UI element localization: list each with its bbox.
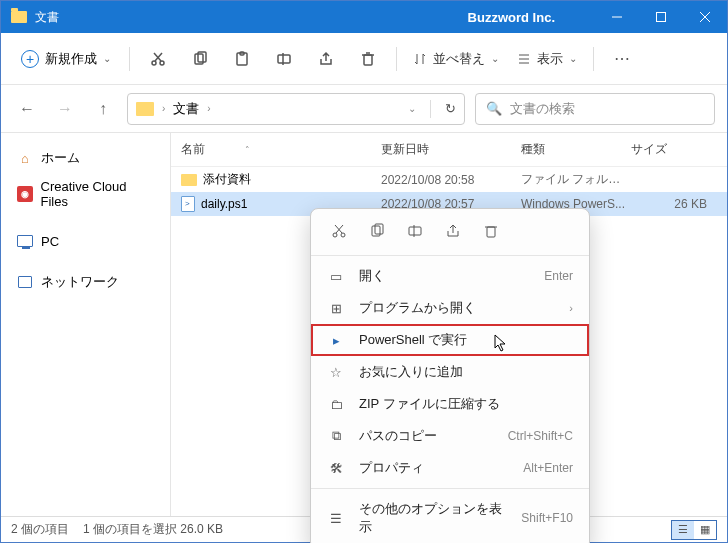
file-name: 添付資料 — [203, 171, 251, 188]
sidebar-item-cc[interactable]: ◉ Creative Cloud Files — [1, 173, 170, 215]
chevron-right-icon: › — [569, 302, 573, 314]
breadcrumb[interactable]: › 文書 › ⌄ ↻ — [127, 93, 465, 125]
cut-button[interactable] — [140, 41, 176, 77]
ctx-open-with[interactable]: ⊞ プログラムから開く › — [311, 292, 589, 324]
copy-button[interactable] — [182, 41, 218, 77]
details-view-button[interactable]: ☰ — [672, 521, 694, 539]
ctx-copy-path[interactable]: ⧉ パスのコピー Ctrl+Shift+C — [311, 420, 589, 452]
sidebar-item-label: Creative Cloud Files — [41, 179, 154, 209]
view-icon — [517, 52, 531, 66]
chevron-right-icon: › — [207, 103, 210, 114]
selection-info: 1 個の項目を選択 26.0 KB — [83, 521, 223, 538]
share-button[interactable] — [308, 41, 344, 77]
maximize-button[interactable] — [639, 1, 683, 33]
search-placeholder: 文書の検索 — [510, 100, 575, 118]
svg-rect-14 — [364, 55, 372, 65]
ctx-open[interactable]: ▭ 開く Enter — [311, 260, 589, 292]
sidebar-item-home[interactable]: ⌂ ホーム — [1, 143, 170, 173]
ps1-file-icon — [181, 196, 195, 212]
more-button[interactable]: ⋯ — [604, 41, 640, 77]
view-label: 表示 — [537, 50, 563, 68]
ctx-cut-button[interactable] — [329, 221, 349, 241]
sidebar-item-label: ネットワーク — [41, 273, 119, 291]
item-count: 2 個の項目 — [11, 521, 69, 538]
paste-button[interactable] — [224, 41, 260, 77]
close-button[interactable] — [683, 1, 727, 33]
file-name: daily.ps1 — [201, 197, 247, 211]
file-date: 2022/10/08 20:58 — [381, 173, 521, 187]
column-date[interactable]: 更新日時 — [381, 141, 521, 158]
svg-point-20 — [333, 233, 337, 237]
home-icon: ⌂ — [17, 150, 33, 166]
column-size[interactable]: サイズ — [631, 141, 717, 158]
sidebar-item-label: ホーム — [41, 149, 80, 167]
search-icon: 🔍 — [486, 101, 502, 116]
file-size: 26 KB — [631, 197, 717, 211]
folder-icon — [11, 11, 27, 23]
chevron-down-icon[interactable]: ⌄ — [408, 103, 416, 114]
svg-point-5 — [160, 61, 164, 65]
column-type[interactable]: 種類 — [521, 141, 631, 158]
brand-label: Buzzword Inc. — [468, 10, 555, 25]
svg-line-7 — [154, 53, 161, 61]
sidebar-item-pc[interactable]: PC — [1, 227, 170, 255]
sidebar-item-label: PC — [41, 234, 59, 249]
view-button[interactable]: 表示 ⌄ — [511, 46, 583, 72]
svg-rect-1 — [657, 13, 666, 22]
plus-icon: + — [21, 50, 39, 68]
more-icon: ☰ — [327, 511, 345, 526]
chevron-down-icon: ⌄ — [569, 53, 577, 64]
ctx-run-powershell[interactable]: ▸ PowerShell で実行 — [311, 324, 589, 356]
folder-icon — [181, 174, 197, 186]
icons-view-button[interactable]: ▦ — [694, 521, 716, 539]
copy-path-icon: ⧉ — [327, 428, 345, 444]
back-button[interactable]: ← — [13, 95, 41, 123]
svg-line-6 — [155, 53, 162, 61]
svg-rect-26 — [409, 227, 421, 235]
ctx-properties[interactable]: 🛠 プロパティ Alt+Enter — [311, 452, 589, 484]
delete-button[interactable] — [350, 41, 386, 77]
properties-icon: 🛠 — [327, 461, 345, 476]
column-headers: 名前˄ 更新日時 種類 サイズ — [171, 133, 727, 167]
svg-point-4 — [152, 61, 156, 65]
ctx-copy-button[interactable] — [367, 221, 387, 241]
column-name[interactable]: 名前˄ — [181, 141, 381, 158]
chevron-down-icon: ⌄ — [491, 53, 499, 64]
breadcrumb-current[interactable]: 文書 — [173, 100, 199, 118]
ctx-favorite[interactable]: ☆ お気に入りに追加 — [311, 356, 589, 388]
svg-rect-28 — [487, 227, 495, 237]
refresh-button[interactable]: ↻ — [445, 101, 456, 116]
table-row[interactable]: 添付資料 2022/10/08 20:58 ファイル フォルダー — [171, 167, 727, 192]
open-with-icon: ⊞ — [327, 301, 345, 316]
zip-icon: 🗀 — [327, 397, 345, 412]
context-menu: ▭ 開く Enter ⊞ プログラムから開く › ▸ PowerShell で実… — [310, 208, 590, 543]
minimize-button[interactable] — [595, 1, 639, 33]
powershell-icon: ▸ — [327, 333, 345, 348]
sort-button[interactable]: 並べ替え ⌄ — [407, 46, 505, 72]
titlebar: 文書 Buzzword Inc. — [1, 1, 727, 33]
creative-cloud-icon: ◉ — [17, 186, 33, 202]
star-icon: ☆ — [327, 365, 345, 380]
ctx-rename-button[interactable] — [405, 221, 425, 241]
navbar: ← → ↑ › 文書 › ⌄ ↻ 🔍 文書の検索 — [1, 85, 727, 133]
ctx-share-button[interactable] — [443, 221, 463, 241]
ctx-zip[interactable]: 🗀 ZIP ファイルに圧縮する — [311, 388, 589, 420]
new-button[interactable]: + 新規作成 ⌄ — [13, 46, 119, 72]
sidebar-item-network[interactable]: ネットワーク — [1, 267, 170, 297]
svg-line-22 — [336, 225, 343, 233]
svg-rect-12 — [278, 55, 290, 63]
sort-icon — [413, 52, 427, 66]
chevron-down-icon: ⌄ — [103, 53, 111, 64]
ctx-more-options[interactable]: ☰ その他のオプションを表示 Shift+F10 — [311, 493, 589, 543]
rename-button[interactable] — [266, 41, 302, 77]
folder-icon — [136, 102, 154, 116]
svg-point-21 — [341, 233, 345, 237]
new-label: 新規作成 — [45, 50, 97, 68]
search-input[interactable]: 🔍 文書の検索 — [475, 93, 715, 125]
pc-icon — [17, 233, 33, 249]
forward-button[interactable]: → — [51, 95, 79, 123]
view-toggle: ☰ ▦ — [671, 520, 717, 540]
up-button[interactable]: ↑ — [89, 95, 117, 123]
ctx-delete-button[interactable] — [481, 221, 501, 241]
window-title: 文書 — [35, 9, 59, 26]
